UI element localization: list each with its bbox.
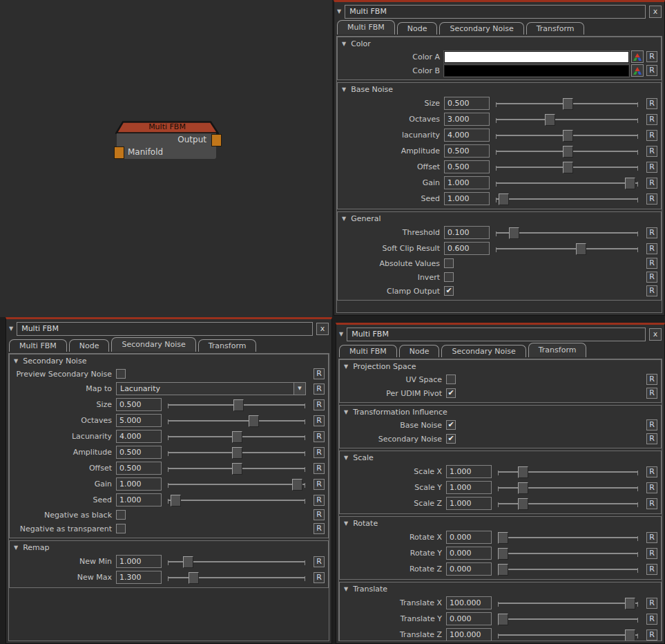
group-header-scale[interactable]: ▼Scale bbox=[340, 451, 661, 464]
panel-title-field[interactable]: Multi FBM bbox=[17, 322, 313, 336]
close-button[interactable]: x bbox=[649, 6, 662, 18]
collapse-arrow-icon[interactable]: ▼ bbox=[339, 332, 343, 337]
value-input-scale-z[interactable]: 1.000 bbox=[446, 497, 492, 510]
slider-size[interactable] bbox=[168, 397, 305, 413]
slider-handle[interactable] bbox=[498, 564, 508, 576]
tab-node[interactable]: Node bbox=[69, 339, 110, 352]
slider-size[interactable] bbox=[496, 95, 638, 111]
checkbox-negative-as-black[interactable] bbox=[116, 510, 126, 520]
reset-button[interactable]: R bbox=[646, 564, 657, 575]
value-input-scale-y[interactable]: 1.000 bbox=[446, 481, 492, 494]
reset-button[interactable]: R bbox=[646, 193, 657, 205]
slider-handle[interactable] bbox=[625, 629, 635, 641]
slider-new-min[interactable] bbox=[168, 553, 305, 569]
tab-node[interactable]: Node bbox=[399, 345, 440, 357]
reset-button[interactable]: R bbox=[646, 629, 657, 641]
color-swatch-color-a[interactable] bbox=[444, 51, 629, 63]
value-input-rotate-x[interactable]: 0.000 bbox=[446, 531, 492, 544]
reset-button[interactable]: R bbox=[646, 466, 657, 477]
value-input-lacunarity[interactable]: 4.000 bbox=[444, 129, 490, 142]
slider-gain[interactable] bbox=[168, 476, 305, 492]
tab-transform[interactable]: Transform bbox=[528, 343, 587, 357]
checkbox-negative-as-transparent[interactable] bbox=[116, 524, 126, 533]
group-header-secondary-noise[interactable]: ▼Secondary Noise bbox=[10, 354, 328, 367]
slider-handle[interactable] bbox=[518, 482, 528, 494]
dropdown-map-to[interactable]: Lacunarity▼ bbox=[116, 382, 306, 395]
reset-button[interactable]: R bbox=[314, 495, 325, 506]
group-header-general[interactable]: ▼General bbox=[338, 212, 661, 225]
group-header-translate[interactable]: ▼Translate bbox=[340, 583, 661, 595]
checkbox-preview-secondary-noise[interactable] bbox=[116, 369, 126, 379]
group-header-rotate[interactable]: ▼Rotate bbox=[340, 517, 661, 529]
group-header-transformation-influence[interactable]: ▼Transformation Influence bbox=[340, 406, 661, 418]
reset-button[interactable]: R bbox=[646, 419, 657, 430]
tab-multi-fbm[interactable]: Multi FBM bbox=[9, 339, 67, 352]
slider-rotate-z[interactable] bbox=[498, 561, 638, 577]
slider-translate-z[interactable] bbox=[498, 627, 638, 641]
reset-button[interactable]: R bbox=[646, 130, 657, 141]
slider-handle[interactable] bbox=[518, 498, 528, 510]
reset-button[interactable]: R bbox=[646, 482, 657, 493]
node-multi-fbm[interactable]: Multi FBM Output Manifold bbox=[115, 121, 219, 160]
checkbox-uv-space[interactable] bbox=[446, 375, 456, 384]
reset-button[interactable]: R bbox=[314, 572, 325, 583]
slider-rotate-y[interactable] bbox=[498, 545, 638, 561]
collapse-arrow-icon[interactable]: ▼ bbox=[14, 359, 18, 364]
reset-button[interactable]: R bbox=[646, 433, 657, 444]
value-input-amplitude[interactable]: 0.500 bbox=[444, 144, 490, 158]
panel-title-field[interactable]: Multi FBM bbox=[347, 328, 646, 341]
reset-button[interactable]: R bbox=[314, 415, 325, 426]
color-picker-button[interactable] bbox=[631, 64, 644, 77]
slider-handle[interactable] bbox=[232, 463, 242, 475]
slider-handle[interactable] bbox=[292, 479, 302, 491]
reset-button[interactable]: R bbox=[646, 614, 657, 625]
tab-secondary-noise[interactable]: Secondary Noise bbox=[439, 22, 523, 35]
collapse-arrow-icon[interactable]: ▼ bbox=[342, 87, 346, 93]
color-picker-button[interactable] bbox=[631, 50, 644, 63]
slider-handle[interactable] bbox=[249, 415, 259, 427]
reset-button[interactable]: R bbox=[646, 51, 657, 62]
collapse-arrow-icon[interactable]: ▼ bbox=[344, 587, 348, 592]
checkbox-per-udim-pivot[interactable]: ✔ bbox=[446, 388, 456, 398]
slider-handle[interactable] bbox=[563, 98, 573, 110]
value-input-translate-z[interactable]: 100.000 bbox=[446, 628, 492, 641]
reset-button[interactable]: R bbox=[646, 374, 657, 385]
slider-handle[interactable] bbox=[498, 532, 508, 544]
value-input-translate-x[interactable]: 100.000 bbox=[446, 596, 492, 609]
slider-handle[interactable] bbox=[509, 227, 519, 239]
value-input-gain[interactable]: 1.000 bbox=[116, 477, 162, 491]
slider-handle[interactable] bbox=[498, 548, 508, 560]
slider-handle[interactable] bbox=[189, 572, 199, 584]
node-graph-canvas[interactable]: Multi FBM Output Manifold bbox=[0, 0, 332, 317]
tab-multi-fbm[interactable]: Multi FBM bbox=[337, 20, 395, 35]
slider-handle[interactable] bbox=[171, 495, 181, 506]
slider-new-max[interactable] bbox=[168, 569, 305, 585]
value-input-new-max[interactable]: 1.300 bbox=[116, 571, 162, 584]
checkbox-invert[interactable] bbox=[444, 272, 454, 282]
value-input-size[interactable]: 0.500 bbox=[116, 398, 162, 411]
collapse-arrow-icon[interactable]: ▼ bbox=[342, 41, 346, 47]
panel-title-field[interactable]: Multi FBM bbox=[345, 5, 646, 19]
slider-rotate-x[interactable] bbox=[498, 529, 638, 545]
value-input-rotate-y[interactable]: 0.000 bbox=[446, 547, 492, 560]
value-input-translate-y[interactable]: 0.000 bbox=[446, 612, 492, 625]
collapse-arrow-icon[interactable]: ▼ bbox=[344, 410, 348, 415]
value-input-threshold[interactable]: 0.100 bbox=[444, 226, 490, 239]
tab-node[interactable]: Node bbox=[397, 22, 438, 35]
reset-button[interactable]: R bbox=[314, 383, 325, 395]
slider-handle[interactable] bbox=[625, 598, 635, 609]
reset-button[interactable]: R bbox=[646, 285, 657, 296]
checkbox-base-noise[interactable]: ✔ bbox=[446, 420, 456, 430]
reset-button[interactable]: R bbox=[314, 399, 325, 410]
collapse-arrow-icon[interactable]: ▼ bbox=[344, 521, 348, 527]
slider-handle[interactable] bbox=[576, 243, 586, 255]
slider-translate-x[interactable] bbox=[498, 595, 638, 611]
slider-octaves[interactable] bbox=[168, 413, 305, 428]
slider-scale-x[interactable] bbox=[498, 464, 638, 480]
reset-button[interactable]: R bbox=[646, 258, 657, 269]
slider-scale-z[interactable] bbox=[498, 495, 638, 511]
collapse-arrow-icon[interactable]: ▼ bbox=[9, 326, 13, 332]
collapse-arrow-icon[interactable]: ▼ bbox=[344, 364, 348, 370]
slider-handle[interactable] bbox=[233, 399, 244, 411]
slider-gain[interactable] bbox=[496, 175, 638, 191]
